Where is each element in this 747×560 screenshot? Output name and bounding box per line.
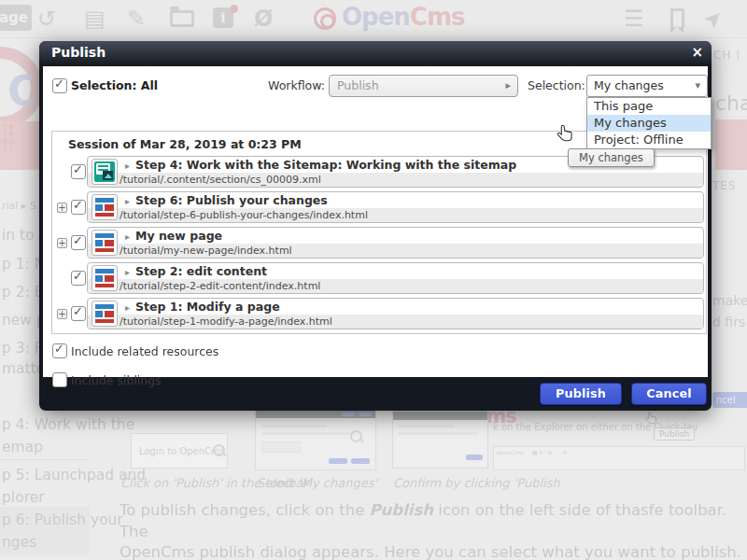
top-toolbar: age ↺ ▤ ✎ i Ø OpenCms ☰ ➤ — [0, 0, 747, 38]
container-page-icon — [92, 194, 118, 220]
item-path: /tutorial/my-new-page/index.html — [88, 244, 703, 258]
dialog-header[interactable]: Publish × — [39, 41, 712, 66]
bg-nav-step4b: emap — [2, 439, 43, 455]
bg-nav-step6b: nges — [2, 534, 36, 551]
screen: age ↺ ▤ ✎ i Ø OpenCms ☰ ➤ C 5 67 89 01 2… — [0, 0, 747, 560]
container-page-icon — [92, 230, 118, 256]
menu-icon: ☰ — [624, 4, 644, 34]
bg-image-frag — [715, 119, 747, 170]
close-icon[interactable]: × — [691, 44, 703, 61]
selection-dropdown[interactable]: My changes▾ — [586, 75, 708, 97]
bg-paragraph: To publish changes, click on the Publish… — [120, 500, 747, 560]
bookmark-icon — [670, 8, 684, 27]
include-related-checkbox[interactable] — [52, 343, 67, 358]
my-changes-tooltip: My changes — [568, 148, 655, 167]
content-element-icon — [92, 159, 118, 185]
expand-plus-button[interactable]: + — [57, 309, 67, 319]
bg-search-icon — [213, 444, 225, 456]
clipboard-icon: ▤ — [84, 4, 106, 34]
opencms-logo-text: OpenCms — [342, 2, 465, 32]
publish-button[interactable]: Publish — [540, 383, 622, 405]
bg-breadcrumb: rial ▸ S — [2, 200, 36, 212]
chevron-down-icon: ▾ — [695, 76, 700, 96]
page-button: age — [0, 5, 32, 31]
bg-notes-frag: TES — [712, 179, 737, 192]
hand-cursor-icon — [556, 123, 576, 144]
expand-plus-button[interactable]: + — [57, 238, 67, 248]
bg-nav-step6: p 6: Publish your — [2, 511, 123, 528]
item-checkbox[interactable] — [71, 164, 86, 179]
bg-text-right: k on the Explorer on either on the Quick… — [493, 422, 736, 432]
dropdown-option-project-offline[interactable]: Project: Offline — [587, 132, 711, 148]
publish-item[interactable]: /tutorial/step-2-edit-content/index.html… — [87, 262, 704, 294]
workflow-dropdown[interactable]: Publish▸ — [329, 75, 518, 97]
bg-heading-frag: cha — [715, 91, 747, 115]
publish-dialog: Publish × Selection: All Workflow: Publi… — [39, 41, 712, 411]
bg-cancel-frag: ncel — [712, 392, 747, 408]
workflow-label: Workflow: — [268, 78, 325, 92]
include-siblings-checkbox[interactable] — [52, 372, 67, 387]
bg-thumb-3 — [392, 411, 488, 469]
expand-arrow-icon[interactable]: ▸ — [125, 196, 130, 206]
bg-logo-letter: C — [7, 67, 37, 115]
expand-arrow-icon[interactable]: ▸ — [125, 267, 130, 277]
item-checkbox[interactable] — [71, 235, 86, 250]
dropdown-option-this-page[interactable]: This page — [587, 98, 711, 115]
folder-icon — [170, 10, 194, 27]
bg-text-frag: make — [712, 293, 747, 308]
bg-thumb-2 — [255, 409, 376, 470]
item-checkbox[interactable] — [71, 200, 86, 215]
selection-all-label: Selection: All — [71, 78, 158, 92]
bg-cursor-icon — [644, 411, 659, 426]
selection-dropdown-list: This page My changes Project: Offline — [586, 97, 712, 149]
item-path: /tutorial/step-6-publish-your-changes/in… — [88, 208, 703, 222]
bg-text-frag: d firs — [712, 315, 745, 329]
opencms-logo-icon — [314, 7, 336, 30]
item-path: /tutorial/step-2-edit-content/index.html — [88, 279, 703, 293]
item-title: ▸Step 4: Work with the Sitemap: Working … — [125, 158, 516, 172]
item-title: ▸Step 1: Modify a page — [125, 300, 280, 314]
notification-dot — [230, 5, 238, 13]
item-title: ▸Step 6: Publish your changes — [125, 193, 328, 207]
publish-toolbar-icon: Ø — [254, 4, 273, 34]
bg-caption-2: Select 'My changes' — [257, 476, 377, 490]
chevron-right-icon: ▸ — [505, 76, 511, 96]
container-page-icon — [92, 301, 118, 327]
history-icon: ↺ — [37, 4, 56, 34]
expand-plus-button[interactable]: + — [57, 203, 67, 213]
dropdown-option-my-changes[interactable]: My changes — [587, 115, 711, 132]
bg-publish-tooltip: Publish — [654, 427, 695, 441]
selection-label: Selection: — [528, 78, 585, 92]
rocket-icon: ➤ — [697, 2, 731, 36]
bg-search-frag: CH | — [713, 49, 740, 62]
session-header: Session of Mar 28, 2019 at 0:23 PM — [68, 137, 302, 151]
bg-nav-step5b: plorer — [2, 489, 45, 506]
expand-arrow-icon[interactable]: ▸ — [125, 302, 130, 313]
item-title: ▸My new page — [125, 229, 222, 243]
item-title: ▸Step 2: edit content — [125, 264, 267, 278]
bg-divider — [0, 459, 90, 460]
item-path: /tutorial/step-1-modify-a-page/index.htm… — [88, 315, 703, 329]
publish-item[interactable]: /tutorial/my-new-page/index.html ▸My new… — [87, 227, 704, 259]
container-page-icon — [92, 265, 118, 291]
cancel-button[interactable]: Cancel — [631, 383, 707, 405]
wand-icon: ✎ — [127, 4, 146, 34]
item-checkbox[interactable] — [71, 306, 86, 321]
item-path: /tutorial/.content/section/cs_00009.xml — [88, 173, 703, 187]
expand-arrow-icon[interactable]: ▸ — [125, 231, 130, 242]
bg-nav-step4: p 4: Work with the — [2, 416, 134, 433]
include-related-label: Include related resources — [71, 344, 218, 358]
dialog-title: Publish — [51, 45, 106, 60]
bg-code-block: 5 67 89 01 2 — [0, 121, 45, 170]
include-siblings-label: Include siblings — [71, 373, 162, 387]
bg-caption-3: Confirm by clicking 'Publish — [393, 476, 560, 490]
publish-item[interactable]: /tutorial/step-6-publish-your-changes/in… — [87, 191, 704, 223]
expand-arrow-icon[interactable]: ▸ — [125, 161, 130, 171]
item-checkbox[interactable] — [71, 271, 86, 286]
publish-item[interactable]: /tutorial/step-1-modify-a-page/index.htm… — [87, 298, 704, 329]
bg-mini-strip: ⊘penCms ▦ 0 ⁄ ⊕ ⊚ — [493, 446, 745, 470]
selection-all-checkbox[interactable] — [52, 78, 67, 93]
